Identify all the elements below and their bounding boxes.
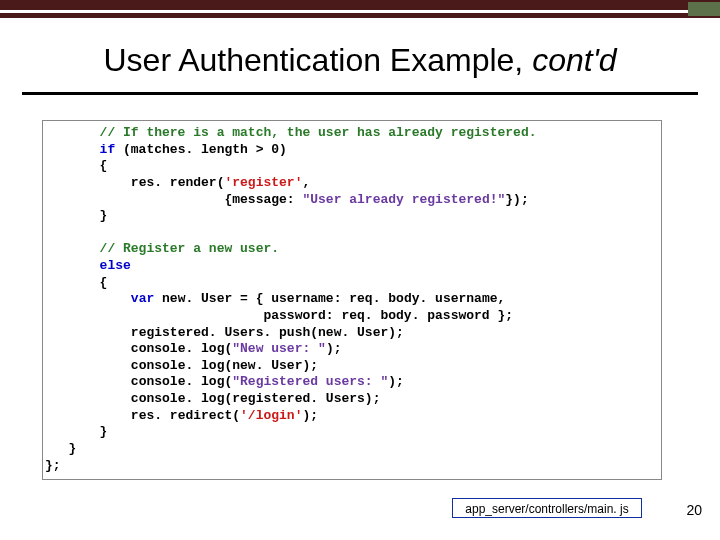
title-main: User Authentication Example,	[103, 42, 532, 78]
decor-bar-bot	[0, 13, 720, 18]
code-block: // If there is a match, the user has alr…	[42, 120, 662, 480]
title-rule	[22, 92, 698, 95]
page-number: 20	[686, 502, 702, 518]
decor-bar-top	[0, 0, 720, 10]
file-path-label: app_server/controllers/main. js	[452, 498, 642, 518]
decor-bar-accent	[688, 2, 720, 16]
page-title: User Authentication Example, cont'd	[0, 42, 720, 79]
title-italic: cont'd	[532, 42, 616, 78]
